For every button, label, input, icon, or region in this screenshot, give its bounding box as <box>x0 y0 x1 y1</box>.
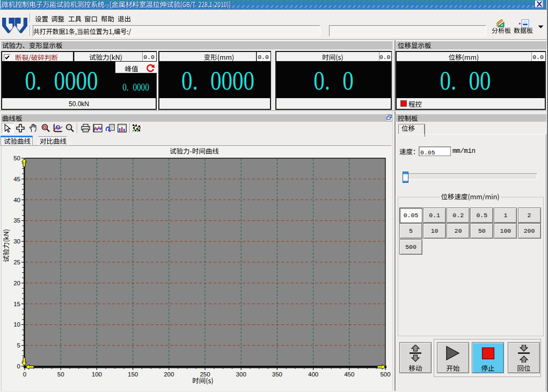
svg-text:15: 15 <box>13 301 20 307</box>
svg-text:5: 5 <box>17 342 20 349</box>
svg-text:0: 0 <box>17 363 20 369</box>
svg-text:35: 35 <box>13 217 20 224</box>
svg-text:450: 450 <box>344 371 354 378</box>
svg-text:20: 20 <box>13 280 20 286</box>
svg-text:50: 50 <box>13 155 20 161</box>
svg-text:50: 50 <box>57 371 64 378</box>
svg-text:0: 0 <box>23 371 26 378</box>
svg-text:40: 40 <box>13 197 20 203</box>
svg-text:10: 10 <box>13 321 20 328</box>
svg-text:150: 150 <box>128 371 138 378</box>
svg-text:500: 500 <box>380 371 390 378</box>
svg-text:250: 250 <box>200 371 210 378</box>
svg-text:30: 30 <box>13 238 20 245</box>
svg-text:300: 300 <box>236 371 246 378</box>
svg-text:25: 25 <box>13 259 20 265</box>
svg-text:350: 350 <box>272 371 282 378</box>
svg-text:100: 100 <box>92 371 102 378</box>
svg-text:400: 400 <box>308 371 318 378</box>
svg-text:200: 200 <box>164 371 174 378</box>
svg-text:45: 45 <box>13 176 20 182</box>
